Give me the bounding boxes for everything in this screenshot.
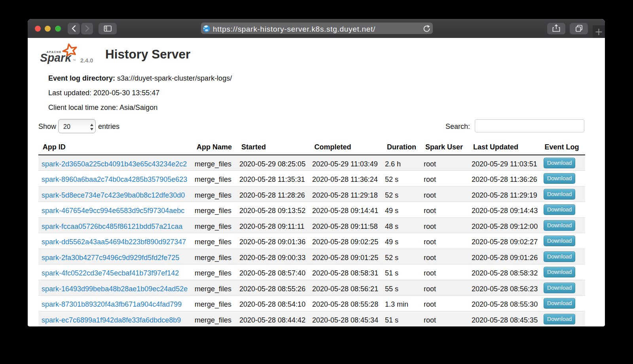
svg-text:TM: TM xyxy=(73,59,76,61)
